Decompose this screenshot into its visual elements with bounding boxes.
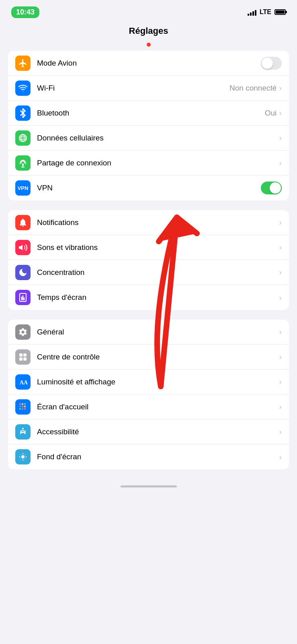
partage-chevron: › bbox=[279, 158, 282, 167]
general-icon bbox=[15, 324, 31, 340]
page-title: Réglages bbox=[0, 22, 297, 43]
settings-row-sons[interactable]: Sons et vibrations › bbox=[8, 235, 289, 260]
settings-row-accessibilite[interactable]: Accessibilité › bbox=[8, 419, 289, 444]
bluetooth-label: Bluetooth bbox=[37, 109, 265, 118]
lte-label: LTE bbox=[260, 8, 271, 16]
wifi-chevron: › bbox=[279, 83, 282, 93]
red-dot-indicator bbox=[147, 43, 151, 47]
home-bar bbox=[121, 485, 177, 487]
donnees-label: Données cellulaires bbox=[37, 134, 279, 142]
notifications-chevron: › bbox=[279, 218, 282, 227]
svg-rect-11 bbox=[19, 357, 23, 361]
partage-label: Partage de connexion bbox=[37, 159, 279, 167]
accessibilite-label: Accessibilité bbox=[37, 427, 279, 436]
svg-point-27 bbox=[19, 456, 20, 458]
temps-ecran-chevron: › bbox=[279, 293, 282, 302]
fond-ecran-label: Fond d'écran bbox=[37, 452, 279, 461]
svg-rect-10 bbox=[23, 353, 27, 357]
svg-marker-7 bbox=[19, 245, 23, 250]
svg-point-32 bbox=[25, 459, 26, 460]
signal-icon bbox=[248, 8, 256, 16]
bluetooth-value: Oui bbox=[265, 109, 277, 118]
svg-rect-18 bbox=[22, 406, 23, 407]
concentration-icon bbox=[15, 265, 31, 280]
settings-row-luminosite[interactable]: AA Luminosité et affichage › bbox=[8, 369, 289, 394]
temps-ecran-icon bbox=[15, 290, 31, 305]
settings-row-general[interactable]: Général › bbox=[8, 320, 289, 345]
centre-controle-chevron: › bbox=[279, 352, 282, 361]
vpn-icon: VPN bbox=[15, 180, 31, 196]
fond-ecran-chevron: › bbox=[279, 452, 282, 462]
home-indicator bbox=[0, 479, 297, 491]
vpn-label: VPN bbox=[37, 184, 261, 192]
status-right: LTE bbox=[248, 8, 286, 16]
ecran-accueil-chevron: › bbox=[279, 402, 282, 411]
sons-label: Sons et vibrations bbox=[37, 243, 279, 252]
settings-row-centre-controle[interactable]: Centre de contrôle › bbox=[8, 345, 289, 369]
svg-rect-15 bbox=[22, 403, 23, 405]
svg-rect-21 bbox=[22, 408, 23, 410]
accessibilite-chevron: › bbox=[279, 427, 282, 436]
svg-point-29 bbox=[20, 454, 21, 455]
notifications-group: Notifications › Sons et vibrations › Con… bbox=[8, 210, 289, 310]
svg-point-4 bbox=[22, 163, 24, 165]
bluetooth-icon bbox=[15, 105, 31, 121]
svg-rect-12 bbox=[23, 357, 27, 361]
mode-avion-label: Mode Avion bbox=[37, 59, 261, 68]
luminosite-label: Luminosité et affichage bbox=[37, 378, 279, 386]
wifi-icon bbox=[15, 80, 31, 96]
general-label: Général bbox=[37, 328, 279, 336]
svg-rect-14 bbox=[19, 403, 21, 405]
temps-ecran-label: Temps d'écran bbox=[37, 293, 279, 302]
status-time: 10:43 bbox=[11, 6, 39, 18]
settings-row-mode-avion[interactable]: Mode Avion bbox=[8, 51, 289, 76]
ecran-accueil-icon bbox=[15, 399, 31, 415]
settings-row-bluetooth[interactable]: Bluetooth Oui › bbox=[8, 101, 289, 126]
settings-row-partage[interactable]: Partage de connexion › bbox=[8, 151, 289, 175]
sons-icon bbox=[15, 240, 31, 255]
battery-icon bbox=[274, 9, 286, 15]
concentration-chevron: › bbox=[279, 268, 282, 277]
accessibilite-icon bbox=[15, 424, 31, 440]
settings-row-wifi[interactable]: Wi-Fi Non connecté › bbox=[8, 76, 289, 101]
svg-point-23 bbox=[22, 428, 24, 429]
svg-rect-19 bbox=[24, 406, 26, 407]
mode-avion-toggle[interactable] bbox=[261, 57, 282, 70]
donnees-icon bbox=[15, 130, 31, 146]
bluetooth-chevron: › bbox=[279, 108, 282, 118]
svg-point-31 bbox=[20, 459, 21, 460]
svg-rect-16 bbox=[24, 403, 26, 405]
luminosite-chevron: › bbox=[279, 377, 282, 386]
general-chevron: › bbox=[279, 327, 282, 336]
concentration-label: Concentration bbox=[37, 268, 279, 277]
mode-avion-icon bbox=[15, 56, 31, 71]
svg-point-24 bbox=[21, 455, 25, 458]
svg-rect-9 bbox=[19, 353, 23, 357]
luminosite-icon: AA bbox=[15, 374, 31, 390]
svg-rect-20 bbox=[19, 408, 21, 410]
ecran-accueil-label: Écran d'accueil bbox=[37, 402, 279, 411]
wifi-value: Non connecté bbox=[229, 84, 277, 93]
status-bar: 10:43 LTE bbox=[0, 0, 297, 22]
settings-row-notifications[interactable]: Notifications › bbox=[8, 210, 289, 235]
sons-chevron: › bbox=[279, 243, 282, 252]
settings-row-ecran-accueil[interactable]: Écran d'accueil › bbox=[8, 394, 289, 419]
svg-rect-17 bbox=[19, 406, 21, 407]
settings-row-concentration[interactable]: Concentration › bbox=[8, 260, 289, 285]
svg-point-30 bbox=[25, 454, 26, 455]
settings-row-vpn[interactable]: VPN VPN bbox=[8, 175, 289, 200]
network-group: Mode Avion Wi-Fi Non connecté › Bluetoot… bbox=[8, 51, 289, 200]
vpn-toggle[interactable] bbox=[261, 182, 282, 194]
svg-text:AA: AA bbox=[20, 380, 28, 386]
fond-ecran-icon bbox=[15, 449, 31, 464]
settings-row-donnees[interactable]: Données cellulaires › bbox=[8, 126, 289, 151]
wifi-label: Wi-Fi bbox=[37, 84, 229, 93]
settings-row-temps-ecran[interactable]: Temps d'écran › bbox=[8, 285, 289, 310]
settings-row-fond-ecran[interactable]: Fond d'écran › bbox=[8, 444, 289, 469]
svg-point-28 bbox=[26, 456, 27, 458]
svg-point-26 bbox=[23, 460, 24, 461]
red-dot-row bbox=[0, 43, 297, 51]
centre-controle-label: Centre de contrôle bbox=[37, 353, 279, 361]
centre-controle-icon bbox=[15, 349, 31, 365]
general-group: Général › Centre de contrôle › AA Lumino… bbox=[8, 320, 289, 469]
